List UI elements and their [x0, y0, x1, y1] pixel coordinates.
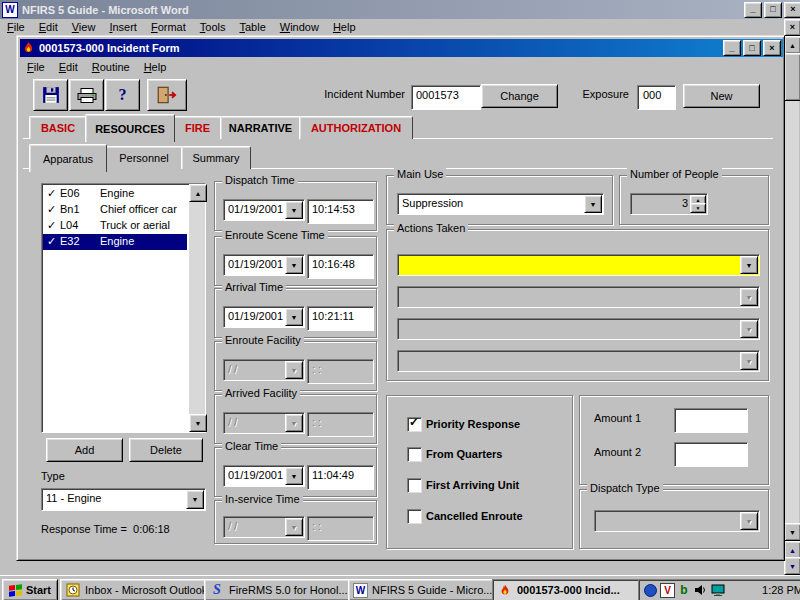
task-label: 0001573-000 Incid... — [517, 584, 620, 596]
word-document-close-button[interactable]: × — [784, 19, 800, 36]
tab-resources[interactable]: RESOURCES — [85, 114, 175, 142]
word-menu-view[interactable]: View — [65, 19, 103, 35]
clear-date-select[interactable]: 01/19/2001 ▼ — [223, 465, 305, 487]
exposure-field[interactable]: 000 — [637, 85, 676, 110]
dialog-maximize-button[interactable]: □ — [743, 40, 761, 56]
incident-number-field[interactable]: 0001573 — [411, 85, 481, 110]
v-glyph: V — [664, 585, 671, 596]
number-of-people-field[interactable]: 3 ▲ ▼ — [630, 193, 708, 215]
word-menu-file[interactable]: File — [0, 19, 32, 35]
dialog-menu-file[interactable]: File — [20, 59, 52, 75]
word-menu-help[interactable]: Help — [326, 19, 363, 35]
word-close-button[interactable]: × — [784, 2, 800, 18]
tab-fire[interactable]: FIRE — [173, 116, 222, 139]
tab-narrative[interactable]: NARRATIVE — [220, 116, 301, 139]
clear-time-field[interactable]: 11:04:49 — [307, 465, 374, 490]
tab-authorization[interactable]: AUTHORIZATION — [299, 116, 413, 139]
dispatch-date-select[interactable]: 01/19/2001 ▼ — [223, 199, 305, 221]
word-menu-window[interactable]: Window — [273, 19, 326, 35]
subtab-summary[interactable]: Summary — [181, 146, 251, 169]
tray-icon-antivirus[interactable]: V — [660, 583, 675, 598]
task-label: Inbox - Microsoft Outlook — [85, 584, 205, 596]
delete-button[interactable]: Delete — [129, 438, 203, 462]
save-button[interactable] — [33, 79, 68, 111]
arrival-date-select[interactable]: 01/19/2001 ▼ — [223, 306, 305, 328]
taskbar-task-incident-form[interactable]: 0001573-000 Incid... — [492, 579, 644, 600]
dropdown-arrow-button[interactable]: ▼ — [584, 195, 602, 213]
tray-icon-green-app[interactable]: b — [678, 582, 690, 598]
number-of-people-group: Number of People 3 ▲ ▼ — [619, 175, 769, 225]
dropdown-arrow-button[interactable]: ▼ — [285, 256, 303, 274]
dialog-close-button[interactable]: × — [763, 40, 781, 56]
tray-volume-icon[interactable] — [693, 582, 707, 598]
dialog-menu-routine[interactable]: Routine — [85, 59, 137, 75]
taskbar-task-word[interactable]: W NFIRS 5 Guide - Micro... — [348, 579, 498, 600]
scroll-down-button[interactable]: ▼ — [784, 523, 800, 541]
print-button[interactable] — [69, 79, 104, 111]
dropdown-arrow-button[interactable]: ▼ — [285, 201, 303, 219]
dropdown-arrow-button: ▼ — [740, 288, 758, 306]
word-menu-insert[interactable]: Insert — [102, 19, 144, 35]
dialog-menu-edit[interactable]: Edit — [52, 59, 85, 75]
enroute-scene-time-field[interactable]: 10:16:48 — [307, 254, 374, 279]
taskbar-task-outlook[interactable]: Inbox - Microsoft Outlook — [60, 579, 210, 600]
add-button[interactable]: Add — [46, 438, 123, 462]
tray-display-icon[interactable] — [710, 582, 725, 598]
start-button[interactable]: Start — [2, 579, 58, 600]
list-item-l04[interactable]: ✓ L04 Truck or aerial — [43, 218, 187, 234]
scrollbar-thumb[interactable] — [784, 53, 800, 101]
scroll-up-button[interactable]: ▲ — [189, 184, 207, 202]
tray-icon-blue-app[interactable] — [644, 582, 657, 598]
type-select[interactable]: 11 - Engine ▼ — [41, 488, 206, 511]
dropdown-arrow-button[interactable]: ▼ — [285, 467, 303, 485]
dialog-minimize-button[interactable]: _ — [723, 40, 741, 56]
dialog-menu-help[interactable]: Help — [137, 59, 174, 75]
change-button[interactable]: Change — [481, 84, 558, 108]
word-restore-button[interactable]: □ — [764, 2, 782, 18]
exit-button[interactable] — [147, 79, 187, 111]
dropdown-arrow-button[interactable]: ▼ — [285, 308, 303, 326]
enroute-scene-date-select[interactable]: 01/19/2001 ▼ — [223, 254, 305, 276]
help-button[interactable]: ? — [105, 79, 140, 111]
new-button[interactable]: New — [683, 84, 760, 108]
response-time-text: Response Time = 0:06:18 — [41, 523, 170, 535]
dropdown-arrow-button[interactable]: ▼ — [186, 490, 204, 509]
from-quarters-checkbox[interactable] — [407, 447, 422, 462]
dialog-titlebar[interactable]: 0001573-000 Incident Form _ □ × — [20, 39, 783, 57]
incident-form-dialog: 0001573-000 Incident Form _ □ × File Edi… — [16, 35, 785, 561]
subtab-personnel[interactable]: Personnel — [105, 146, 183, 169]
amount1-field[interactable] — [674, 408, 748, 433]
tab-basic[interactable]: BASIC — [29, 116, 87, 139]
priority-response-checkbox[interactable]: ✓ — [407, 417, 422, 432]
dispatch-time-field[interactable]: 10:14:53 — [307, 199, 374, 224]
main-use-select[interactable]: Suppression ▼ — [397, 193, 604, 215]
apparatus-listbox[interactable]: ✓ E06 Engine ✓ Bn1 Chief officer car ✓ L… — [41, 183, 206, 433]
cancelled-enroute-checkbox[interactable] — [407, 509, 422, 524]
arrival-time-field[interactable]: 10:21:11 — [307, 306, 374, 331]
apparatus-desc: Truck or aerial — [100, 219, 170, 231]
list-item-e06[interactable]: ✓ E06 Engine — [43, 186, 187, 202]
subtab-apparatus[interactable]: Apparatus — [29, 144, 107, 172]
list-item-bn1[interactable]: ✓ Bn1 Chief officer car — [43, 202, 187, 218]
listbox-scrollbar[interactable]: ▲ ▼ — [189, 184, 205, 432]
amount2-field[interactable] — [674, 442, 748, 467]
incident-form-flame-icon — [22, 41, 35, 55]
apparatus-id: Bn1 — [60, 203, 80, 215]
word-menu-format[interactable]: Format — [144, 19, 193, 35]
browse-next-button[interactable]: ▼ — [784, 557, 800, 575]
date-value: 01/19/2001 — [228, 310, 285, 323]
scroll-down-button[interactable]: ▼ — [189, 414, 207, 432]
taskbar-task-firerms[interactable]: S FireRMS 5.0 for Honol... — [204, 579, 354, 600]
word-menu-tools[interactable]: Tools — [193, 19, 233, 35]
dropdown-arrow-button[interactable]: ▼ — [740, 256, 758, 274]
word-vertical-scrollbar[interactable]: ▲ ▼ ▲ ▼ — [784, 36, 799, 575]
actions-taken-select-1[interactable]: ▼ — [397, 254, 760, 276]
dropdown-arrow-button: ▼ — [285, 518, 303, 536]
scroll-up-button[interactable]: ▲ — [784, 36, 800, 54]
list-item-e32-selected[interactable]: ✓ E32 Engine — [43, 234, 187, 250]
word-menu-table[interactable]: Table — [232, 19, 272, 35]
first-arriving-unit-checkbox[interactable] — [407, 478, 422, 493]
word-menu-edit[interactable]: Edit — [32, 19, 65, 35]
spin-down-button[interactable]: ▼ — [690, 203, 706, 213]
word-minimize-button[interactable]: _ — [744, 2, 762, 18]
